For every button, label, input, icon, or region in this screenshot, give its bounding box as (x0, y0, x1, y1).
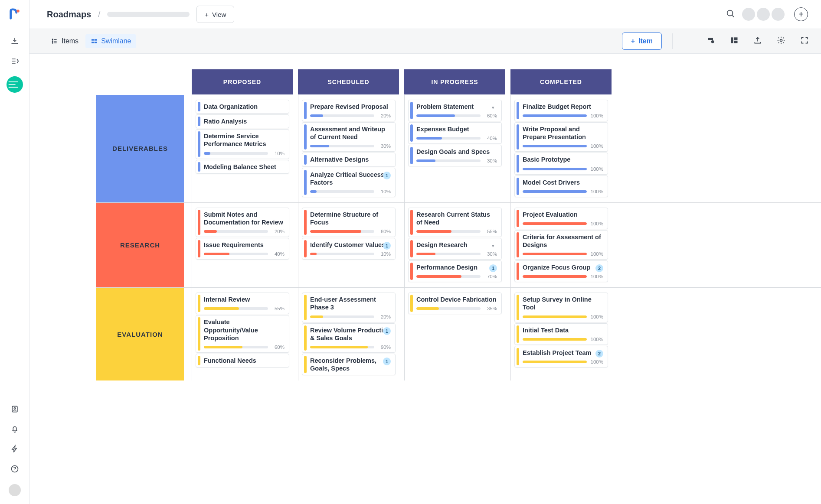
card[interactable]: Reconsider Problems, Goals, Specs1 (302, 354, 396, 375)
add-view-button[interactable]: + View (196, 6, 234, 23)
lanes-container: DELIVERABLESData OrganizationRatio Analy… (96, 94, 821, 380)
card[interactable]: Establish Project Team2100% (514, 346, 608, 367)
gear-icon[interactable] (777, 36, 785, 46)
svg-rect-11 (95, 42, 97, 43)
card[interactable]: Project Evaluation100% (514, 208, 608, 229)
card[interactable]: Finalize Budget Report100% (514, 100, 608, 121)
progress-row: 60% (204, 345, 285, 350)
chevron-down-icon[interactable]: ▾ (489, 104, 497, 111)
progress-fill (523, 275, 587, 278)
download-icon[interactable] (10, 36, 20, 46)
progress-fill (523, 222, 587, 225)
lane-cell: Submit Notes and Documentation for Revie… (192, 203, 293, 288)
progress-fill (523, 315, 587, 318)
card[interactable]: Submit Notes and Documentation for Revie… (196, 208, 289, 237)
board-scroll[interactable]: PROPOSEDSCHEDULEDIN PROGRESSCOMPLETED DE… (29, 54, 821, 504)
card-title: Design Goals and Specs (416, 148, 497, 156)
link-settings-icon[interactable] (707, 36, 715, 46)
card[interactable]: Design Goals and Specs30% (408, 145, 502, 166)
progress-percent: 70% (483, 274, 497, 279)
lane-cell: Control Device Fabrication35% (404, 288, 505, 380)
card[interactable]: Control Device Fabrication35% (408, 293, 502, 314)
card[interactable]: Performance Design170% (408, 260, 502, 282)
card[interactable]: Ratio Analysis (196, 114, 289, 128)
card[interactable]: Expenses Budget40% (408, 122, 502, 144)
card[interactable]: Issue Requirements40% (196, 238, 289, 260)
card[interactable]: Analyze Critical Success Factors110% (302, 168, 396, 197)
card[interactable]: Problem Statement▾60% (408, 100, 502, 121)
card[interactable]: Determine Structure of Focus80% (302, 208, 396, 237)
card[interactable]: Criteria for Assessment of Designs100% (514, 230, 608, 260)
progress-row: 30% (310, 143, 391, 149)
search-icon[interactable] (726, 9, 735, 20)
card[interactable]: Research Current Status of Need55% (408, 208, 502, 237)
progress-percent: 55% (271, 306, 285, 311)
card[interactable]: Initial Test Data100% (514, 323, 608, 345)
card[interactable]: Identify Customer Values110% (302, 238, 396, 260)
progress-fill (204, 346, 242, 348)
progress-percent: 90% (377, 345, 391, 350)
chevron-down-icon[interactable]: ▾ (489, 242, 497, 250)
progress-track (416, 307, 481, 310)
card-title: End-user Assessment Phase 3 (310, 296, 391, 311)
tab-items[interactable]: Items (46, 34, 84, 48)
avatar[interactable] (742, 8, 755, 21)
card[interactable]: Internal Review55% (196, 293, 289, 314)
card[interactable]: Organize Focus Group2100% (514, 260, 608, 282)
progress-fill (523, 114, 587, 117)
contacts-icon[interactable] (10, 404, 20, 414)
export-icon[interactable] (753, 36, 762, 46)
swimlane-board: PROPOSEDSCHEDULEDIN PROGRESSCOMPLETED DE… (29, 54, 821, 389)
progress-track (310, 114, 374, 117)
progress-percent: 40% (271, 251, 285, 257)
fullscreen-icon[interactable] (800, 36, 809, 46)
lane-row: EVALUATIONInternal Review55%Evaluate Opp… (96, 287, 821, 380)
svg-point-6 (52, 41, 53, 42)
card[interactable]: Data Organization (196, 100, 289, 114)
card[interactable]: Design Research▾30% (408, 238, 502, 260)
card[interactable]: Review Volume Production & Sales Goals19… (302, 323, 396, 353)
progress-track (310, 315, 374, 318)
progress-row: 20% (310, 113, 391, 118)
card[interactable]: Modeling Balance Sheet (196, 160, 289, 174)
add-item-button[interactable]: + Item (622, 33, 662, 50)
card[interactable]: End-user Assessment Phase 320% (302, 293, 396, 322)
card-title: Functional Needs (204, 357, 285, 364)
card[interactable]: Write Proposal and Prepare Presentation1… (514, 122, 608, 152)
card[interactable]: Prepare Revised Proposal20% (302, 100, 396, 121)
filter-icon[interactable] (683, 36, 692, 46)
bolt-icon[interactable] (10, 444, 20, 454)
user-avatar[interactable] (9, 484, 21, 496)
list-arrow-icon[interactable] (10, 56, 20, 66)
lane-cell: Determine Structure of Focus80%Identify … (298, 203, 399, 288)
tab-swimlane[interactable]: Swimlane (85, 34, 136, 48)
card-title: Research Current Status of Need (416, 211, 497, 226)
add-button[interactable]: + (794, 7, 808, 21)
avatar[interactable] (772, 8, 785, 21)
column-header: SCHEDULED (298, 69, 399, 94)
card[interactable]: Functional Needs (196, 354, 289, 367)
progress-fill (204, 307, 239, 310)
count-badge: 1 (383, 327, 391, 335)
bell-icon[interactable] (10, 424, 20, 434)
avatar[interactable] (757, 8, 770, 21)
card-title: Evaluate Opportunity/Value Proposition (204, 318, 285, 341)
breadcrumb-placeholder[interactable] (107, 12, 190, 17)
card-title: Expenses Budget (416, 125, 497, 133)
card-title: Setup Survey in Online Tool (523, 296, 603, 311)
card[interactable]: Determine Service Performance Metrics10% (196, 129, 289, 159)
card[interactable]: Alternative Designs (302, 153, 396, 166)
progress-percent: 20% (271, 229, 285, 234)
swimlane-nav-icon[interactable] (7, 76, 23, 93)
lane-label: RESEARCH (96, 203, 184, 288)
card[interactable]: Assessment and Writeup of Current Need30… (302, 122, 396, 152)
progress-percent: 10% (377, 251, 391, 257)
card[interactable]: Model Cost Drivers100% (514, 176, 608, 197)
layout-icon[interactable] (730, 36, 739, 46)
card[interactable]: Setup Survey in Online Tool100% (514, 293, 608, 322)
card[interactable]: Basic Prototype100% (514, 153, 608, 174)
card[interactable]: Evaluate Opportunity/Value Proposition60… (196, 315, 289, 352)
add-item-label: Item (638, 37, 653, 45)
progress-track (523, 190, 587, 193)
help-icon[interactable] (10, 464, 20, 474)
